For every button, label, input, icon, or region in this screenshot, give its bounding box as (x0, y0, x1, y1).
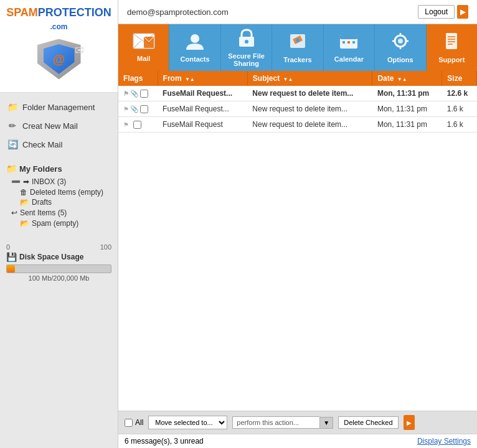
svg-rect-13 (347, 41, 350, 44)
email-table-area: Flags From ▼▲ Subject ▼▲ Date ▼▲ (118, 71, 477, 411)
sidebar: SPAMPROTECTION .com @ ✉ 📁 Folder Managem… (0, 0, 118, 448)
table-header-row: Flags From ▼▲ Subject ▼▲ Date ▼▲ (118, 71, 477, 86)
col-date[interactable]: Date ▼▲ (372, 71, 442, 86)
logo-icon: @ ✉ (34, 37, 84, 81)
options-tab-label: Options (387, 56, 413, 63)
table-row[interactable]: ⚑ 📎 FuseMail Request... New request to d… (118, 101, 477, 117)
tab-options[interactable]: Options (375, 24, 426, 71)
col-flags[interactable]: Flags (118, 71, 158, 86)
disk-progress-fill (7, 265, 15, 273)
flag-icon[interactable]: ⚑ (123, 106, 129, 113)
svg-point-4 (245, 40, 248, 44)
svg-point-7 (296, 39, 300, 42)
spam-label: Spam (empty) (32, 219, 78, 228)
trackers-tab-icon (288, 32, 308, 55)
drafts-label: Drafts (32, 198, 52, 207)
subject-cell[interactable]: New request to delete item... (247, 101, 372, 117)
envelope-deco: ✉ (75, 44, 84, 57)
drafts-icon: 📂 (20, 198, 29, 207)
status-bar: 6 message(s), 3 unread Display Settings (118, 434, 477, 448)
main-header: demo@spamprotection.com Logout ▶ (118, 0, 477, 24)
folder-inbox[interactable]: ➖ ➡ INBOX (3) (11, 176, 111, 187)
folder-management-icon: 📁 (6, 101, 19, 113)
secure-file-sharing-tab-icon (237, 28, 257, 51)
logout-arrow-icon[interactable]: ▶ (457, 5, 468, 19)
contacts-tab-icon (184, 32, 205, 54)
move-selected-dropdown[interactable]: Move selected to... (148, 416, 227, 429)
user-email: demo@spamprotection.com (127, 7, 229, 17)
check-mail-label: Check Mail (22, 140, 62, 149)
tab-calendar[interactable]: Calendar (324, 24, 375, 71)
spam-text: SPAM (6, 6, 38, 19)
sent-arrow-icon: ↩ (11, 208, 17, 217)
folder-spam[interactable]: 📂 Spam (empty) (20, 218, 111, 228)
perform-action-arrow[interactable]: ▼ (319, 417, 333, 429)
perform-action-input[interactable] (232, 416, 319, 429)
tab-mail[interactable]: Mail (118, 24, 169, 71)
row-checkbox[interactable] (140, 90, 148, 98)
flag-icon[interactable]: ⚑ (123, 90, 129, 97)
flag-icon[interactable]: ⚑ (123, 121, 129, 128)
from-cell[interactable]: FuseMail Request (158, 117, 247, 133)
email-table-body: ⚑ 📎 FuseMail Request... New request to d… (118, 86, 477, 133)
inbox-subfolders: 🗑 Deleted Items (empty) 📂 Drafts (11, 187, 111, 207)
svg-rect-21 (446, 33, 457, 49)
contacts-tab-label: Contacts (181, 55, 210, 63)
from-cell[interactable]: FuseMail Request... (158, 86, 247, 101)
tab-contacts[interactable]: Contacts (169, 24, 220, 71)
size-cell: 1.6 k (442, 117, 477, 133)
action-select-area: ▼ (232, 416, 333, 429)
subject-sort-arrows[interactable]: ▼▲ (283, 77, 293, 82)
tab-trackers[interactable]: Trackers (272, 24, 323, 71)
email-table: Flags From ▼▲ Subject ▼▲ Date ▼▲ (118, 71, 477, 133)
mail-tab-label: Mail (137, 55, 150, 62)
size-cell: 12.6 k (442, 86, 477, 101)
sidebar-item-create-mail[interactable]: ✏ Creat New Mail (0, 116, 118, 135)
app-logo: SPAMPROTECTION .com (6, 6, 111, 32)
row-checkbox[interactable] (133, 121, 141, 129)
svg-rect-9 (340, 35, 357, 39)
calendar-tab-icon (339, 32, 359, 54)
deleted-label: Deleted Items (empty) (30, 188, 103, 197)
delete-checked-arrow[interactable]: ▶ (404, 415, 415, 430)
row-checkbox[interactable] (140, 105, 148, 113)
flags-cell: ⚑ 📎 (118, 86, 158, 101)
sidebar-item-check-mail[interactable]: 🔄 Check Mail (0, 135, 118, 154)
my-folders-label: My Folders (19, 164, 62, 174)
from-sort-arrows[interactable]: ▼▲ (185, 77, 195, 82)
calendar-tab-label: Calendar (334, 55, 364, 63)
disk-header: 0 100 (6, 243, 111, 251)
trackers-tab-label: Trackers (283, 56, 311, 63)
status-message: 6 message(s), 3 unread (125, 437, 204, 446)
date-sort-arrows[interactable]: ▼▲ (397, 77, 407, 82)
table-row[interactable]: ⚑ FuseMail Request New request to delete… (118, 117, 477, 133)
options-tab-icon (390, 32, 410, 55)
logout-button[interactable]: Logout (418, 5, 455, 19)
delete-checked-button[interactable]: Delete Checked (338, 416, 398, 429)
support-tab-label: Support (438, 56, 465, 63)
inbox-expand-icon: ➖ (11, 177, 21, 186)
display-settings-link[interactable]: Display Settings (417, 437, 471, 446)
attach-icon: 📎 (130, 105, 139, 113)
tab-support[interactable]: Support (427, 24, 477, 71)
subject-cell[interactable]: New request to delete item... (247, 117, 372, 133)
sidebar-item-folder-management[interactable]: 📁 Folder Management (0, 98, 118, 116)
disk-icon: 💾 (6, 252, 17, 262)
folder-drafts[interactable]: 📂 Drafts (20, 197, 111, 207)
folder-deleted[interactable]: 🗑 Deleted Items (empty) (20, 187, 111, 197)
subject-cell[interactable]: New request to delete item... (247, 86, 372, 101)
col-size: Size (442, 71, 477, 86)
table-row[interactable]: ⚑ 📎 FuseMail Request... New request to d… (118, 86, 477, 101)
folder-sent[interactable]: ↩ Sent Items (5) (11, 207, 111, 218)
folder-section: 📁 My Folders ➖ ➡ INBOX (3) 🗑 Deleted Ite… (0, 159, 118, 233)
disk-section: 0 100 💾 Disk Space Usage 100 Mb/200,000 … (0, 238, 118, 287)
disk-max-label: 100 (100, 243, 111, 251)
col-from[interactable]: From ▼▲ (158, 71, 247, 86)
all-checkbox[interactable] (125, 419, 133, 427)
check-mail-icon: 🔄 (6, 138, 19, 151)
logo-area: SPAMPROTECTION .com @ ✉ (0, 0, 118, 93)
col-subject[interactable]: Subject ▼▲ (247, 71, 372, 86)
folder-icon: 📁 (6, 164, 17, 174)
tab-secure-file-sharing[interactable]: Secure FileSharing (221, 24, 272, 71)
from-cell[interactable]: FuseMail Request... (158, 101, 247, 117)
